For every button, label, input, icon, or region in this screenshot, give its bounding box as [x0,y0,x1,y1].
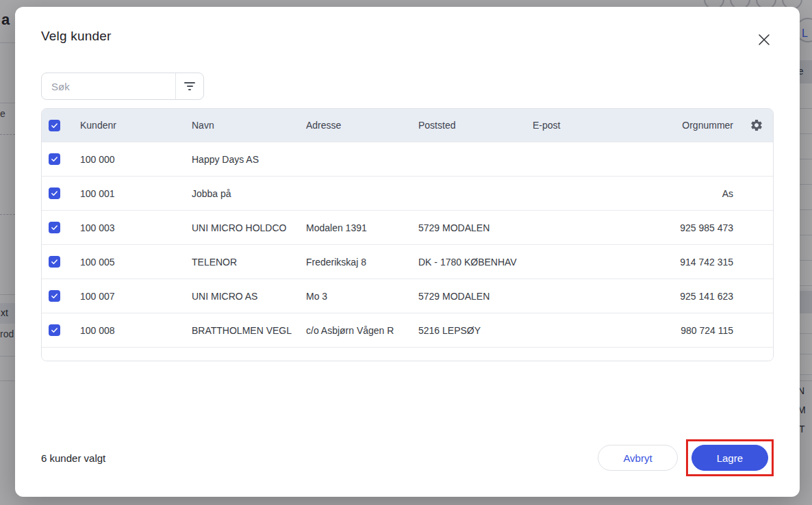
row-checkbox[interactable] [49,153,60,165]
table-footer-strip [42,347,773,361]
velg-kunder-modal: Velg kunder Kundenr Navn Adresse [15,7,800,497]
cell-kundenr: 100 007 [80,291,192,302]
cell-orgnummer: As [637,188,740,199]
cell-kundenr: 100 001 [80,188,192,199]
check-icon [51,155,58,163]
cell-poststed: 5729 MODALEN [418,222,533,233]
filter-button[interactable] [176,73,203,99]
check-icon [51,258,58,266]
table-row[interactable]: 100 005 TELENOR Frederikskaj 8 DK - 1780… [42,244,773,279]
save-button[interactable]: Lagre [692,445,768,471]
column-header-navn[interactable]: Navn [192,120,306,131]
select-all-checkbox[interactable] [49,120,60,131]
cell-orgnummer: 925 141 623 [637,291,740,302]
check-icon [51,122,58,129]
check-icon [51,292,58,300]
cell-navn: Jobba på [192,188,306,199]
table-header: Kundenr Navn Adresse Poststed E-post Org… [42,109,773,142]
table-row[interactable]: 100 008 BRATTHOLMEN VEGL c/o Asbjørn Våg… [42,313,773,347]
cell-adresse: Frederikskaj 8 [306,257,418,268]
cell-adresse: Modalen 1391 [306,222,418,233]
search-box [41,73,204,100]
cell-kundenr: 100 008 [80,325,192,336]
check-icon [51,326,58,334]
cell-kundenr: 100 000 [80,154,192,165]
cell-poststed: 5729 MODALEN [418,291,533,302]
row-checkbox[interactable] [49,222,60,233]
gear-icon [750,118,763,132]
cell-adresse: c/o Asbjørn Vågen R [306,325,418,336]
filter-icon [184,82,195,90]
row-checkbox[interactable] [49,256,60,268]
check-icon [51,190,58,197]
cell-orgnummer: 980 724 115 [637,325,740,336]
column-header-poststed[interactable]: Poststed [418,120,533,131]
selection-count: 6 kunder valgt [41,452,105,464]
table-row[interactable]: 100 000 Happy Days AS [42,142,773,176]
column-header-orgnummer[interactable]: Orgnummer [637,120,740,131]
row-checkbox[interactable] [49,290,60,302]
customer-table: Kundenr Navn Adresse Poststed E-post Org… [41,108,774,361]
column-header-kundenr[interactable]: Kundenr [80,120,192,131]
cell-poststed: DK - 1780 KØBENHAV [418,257,533,268]
table-row[interactable]: 100 003 UNI MICRO HOLDCO Modalen 1391 57… [42,210,773,244]
close-icon [757,33,771,47]
cell-navn: BRATTHOLMEN VEGL [192,325,306,336]
table-row[interactable]: 100 001 Jobba på As [42,176,773,210]
row-checkbox[interactable] [49,187,60,199]
close-button[interactable] [754,30,774,49]
cell-orgnummer: 925 985 473 [637,222,740,233]
cell-navn: UNI MICRO AS [192,291,306,302]
cell-poststed: 5216 LEPSØY [418,325,533,336]
column-settings-button[interactable] [748,117,765,133]
cell-navn: TELENOR [192,257,306,268]
row-checkbox[interactable] [49,324,60,336]
cell-kundenr: 100 003 [80,222,192,233]
cell-navn: Happy Days AS [192,154,306,165]
modal-title: Velg kunder [41,29,112,44]
table-row[interactable]: 100 007 UNI MICRO AS Mo 3 5729 MODALEN 9… [42,279,773,313]
cell-adresse: Mo 3 [306,291,418,302]
column-header-adresse[interactable]: Adresse [306,120,418,131]
cancel-button[interactable]: Avbryt [598,445,677,471]
cell-kundenr: 100 005 [80,257,192,268]
check-icon [51,224,58,231]
annotation-highlight: Lagre [686,439,774,476]
column-header-epost[interactable]: E-post [533,120,637,131]
cell-orgnummer: 914 742 315 [637,257,740,268]
cell-navn: UNI MICRO HOLDCO [192,222,306,233]
search-input[interactable] [42,73,175,99]
